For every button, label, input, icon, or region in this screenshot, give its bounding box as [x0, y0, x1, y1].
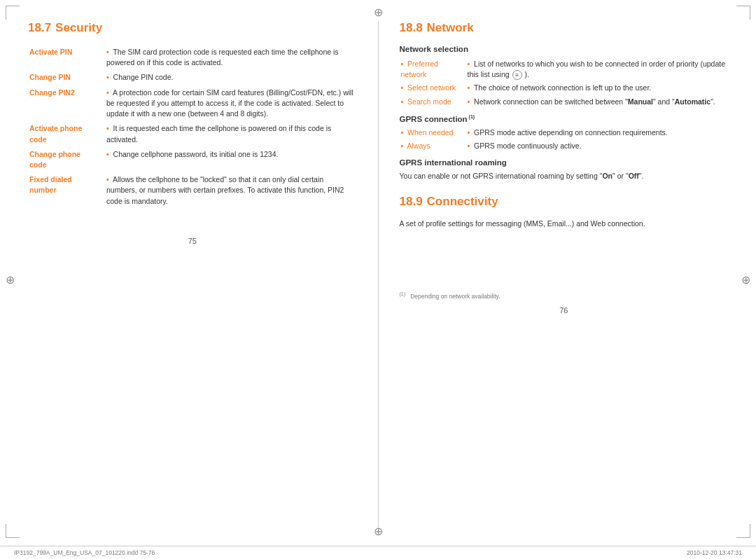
bullet-activate-pin: • [106, 48, 109, 56]
bullet-search-desc: • [468, 97, 470, 106]
right-page-number-area: 76 [400, 306, 729, 315]
table-row: • Always • GPRS mode continuously active… [400, 139, 729, 153]
section-18-9-heading: 18.9 Connectivity [400, 195, 729, 209]
section-18-9-number: 18.9 [400, 195, 423, 209]
footnote-content: Depending on network availability. [410, 292, 500, 299]
automatic-text: Automatic [675, 97, 710, 106]
bullet-always-desc: • [468, 142, 470, 150]
bullet-fixed-dialed: • [106, 175, 109, 184]
table-row: Activate PIN • The SIM card protection c… [28, 45, 357, 70]
bullet-change-phone-code: • [106, 150, 109, 158]
feature-label-fixed-dialed: Fixed dialednumber [28, 172, 105, 209]
table-row: Change PIN • Change PIN code. [28, 70, 357, 85]
right-page-number: 76 [559, 306, 568, 315]
gprs-desc-always: • GPRS mode continuously active. [466, 139, 729, 153]
left-page-number: 75 [188, 237, 197, 245]
gprs-desc-when-needed: • GPRS mode active depending on connecti… [466, 126, 729, 139]
section-18-8-title: Network [427, 21, 474, 35]
bullet-select: • [401, 83, 404, 92]
bullet-activate-phone-code: • [106, 124, 109, 132]
right-mark: ⊕ [741, 273, 750, 287]
bottom-left-text: IP3192_799A_UM_Eng_USA_07_101220.indd 75… [14, 549, 155, 556]
bottom-bar: IP3192_799A_UM_Eng_USA_07_101220.indd 75… [0, 546, 756, 559]
network-desc-preferred: • List of networks to which you wish to … [466, 57, 729, 81]
table-row: • When needed • GPRS mode active dependi… [400, 126, 729, 139]
network-selection-table: • Preferred network • List of networks t… [400, 57, 729, 109]
bullet-always: • [401, 142, 404, 150]
feature-label-activate-phone-code: Activate phonecode [28, 121, 105, 146]
off-text: Off [629, 172, 639, 180]
gprs-roaming-title: GPRS international roaming [400, 158, 729, 167]
feature-label-activate-pin: Activate PIN [28, 45, 105, 70]
bullet-when-needed: • [401, 128, 404, 137]
bullet-change-pin2: • [106, 88, 109, 97]
table-row: • Select network • The choice of network… [400, 81, 729, 95]
gprs-connection-section: GPRS connection (1) • When needed • GPRS… [400, 114, 729, 153]
center-mark-bottom: ⊕ [374, 525, 383, 538]
feature-desc-activate-pin: • The SIM card protection code is reques… [105, 45, 357, 70]
on-text: On [602, 172, 612, 180]
network-label-select: • Select network [400, 81, 466, 95]
network-label-search: • Search mode [400, 95, 466, 109]
feature-label-change-pin: Change PIN [28, 70, 105, 85]
section-18-7-number: 18.7 [28, 21, 51, 35]
gprs-roaming-section: GPRS international roaming You can enabl… [400, 158, 729, 182]
main-content: 18.7 Security Activate PIN • The SIM car… [0, 0, 756, 546]
section-18-8-heading: 18.8 Network [400, 21, 729, 35]
network-label-preferred: • Preferred network [400, 57, 466, 81]
bullet-preferred-desc: • [468, 60, 470, 68]
feature-label-change-pin2: Change PIN2 [28, 85, 105, 122]
section-18-9-title: Connectivity [427, 195, 498, 209]
gprs-connection-table: • When needed • GPRS mode active dependi… [400, 126, 729, 153]
footnote-text: (1) Depending on network availability. [400, 286, 729, 300]
center-mark-top: ⊕ [374, 6, 383, 19]
bottom-right-text: 2010-12-20 13:47:31 [687, 549, 742, 556]
network-desc-search: • Network connection can be switched bet… [466, 95, 729, 109]
bullet-select-desc: • [468, 83, 470, 92]
network-selection-subtitle: Network selection [400, 45, 729, 53]
bullet-when-needed-desc: • [468, 128, 470, 137]
bullet-preferred: • [401, 60, 404, 68]
left-page: 18.7 Security Activate PIN • The SIM car… [28, 21, 379, 532]
section-18-7-heading: 18.7 Security [28, 21, 357, 35]
feature-desc-change-pin2: • A protection code for certain SIM card… [105, 85, 357, 122]
connectivity-description: A set of profile settings for messaging … [400, 219, 729, 230]
connectivity-section: 18.9 Connectivity A set of profile setti… [400, 195, 729, 230]
footnote-number: (1) [400, 291, 406, 296]
gprs-roaming-text: You can enable or not GPRS international… [400, 171, 729, 182]
left-page-number-area: 75 [28, 237, 357, 245]
gprs-label-always: • Always [400, 139, 466, 153]
left-mark: ⊕ [6, 273, 15, 287]
bullet-change-pin: • [106, 73, 109, 81]
footnote-area: (1) Depending on network availability. [400, 286, 729, 300]
section-18-7-title: Security [55, 21, 102, 35]
manual-text: Manual [628, 97, 653, 106]
right-page: 18.8 Network Network selection • Preferr… [379, 21, 729, 532]
network-desc-select: • The choice of network connection is le… [466, 81, 729, 95]
feature-desc-change-pin: • Change PIN code. [105, 70, 357, 85]
feature-desc-fixed-dialed: • Allows the cellphone to be "locked" so… [105, 172, 357, 209]
gprs-label-when-needed: • When needed [400, 126, 466, 139]
feature-label-change-phone-code: Change phonecode [28, 147, 105, 172]
gprs-superscript: (1) [468, 114, 475, 119]
gprs-connection-title: GPRS connection (1) [400, 114, 729, 123]
table-row: Change phonecode • Change cellphone pass… [28, 147, 357, 172]
page-container: 18.7 Security Activate PIN • The SIM car… [0, 0, 756, 559]
table-row: Activate phonecode • It is requested eac… [28, 121, 357, 146]
section-18-8-number: 18.8 [400, 21, 423, 35]
table-row: Change PIN2 • A protection code for cert… [28, 85, 357, 122]
table-row: • Preferred network • List of networks t… [400, 57, 729, 81]
security-feature-table: Activate PIN • The SIM card protection c… [28, 45, 357, 209]
feature-desc-activate-phone-code: • It is requested each time the cellphon… [105, 121, 357, 146]
menu-circle-icon: ≡ [512, 70, 522, 80]
table-row: Fixed dialednumber • Allows the cellphon… [28, 172, 357, 209]
feature-desc-change-phone-code: • Change cellphone password, its initial… [105, 147, 357, 172]
bullet-search: • [401, 97, 404, 106]
table-row: • Search mode • Network connection can b… [400, 95, 729, 109]
